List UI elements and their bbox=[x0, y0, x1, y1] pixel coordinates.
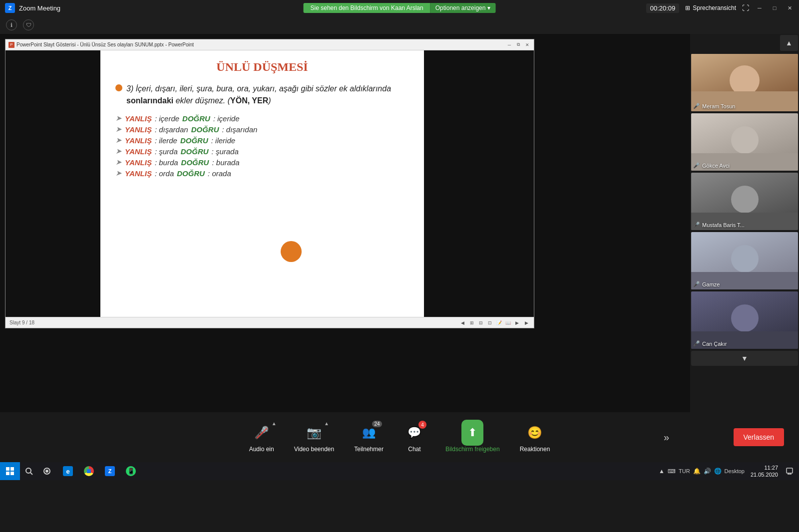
windows-taskbar: e Z 📱 ▲ ⌨ TUR 🔔 🔊 🌐 bbox=[0, 462, 799, 480]
search-button[interactable] bbox=[20, 462, 38, 480]
cortana-icon bbox=[43, 467, 51, 475]
prev-slide-btn[interactable]: ◀ bbox=[459, 319, 466, 326]
start-button[interactable] bbox=[0, 462, 20, 480]
expand-participants-button[interactable]: ▼ bbox=[691, 351, 798, 366]
share-screen-label: Bildschirm freigeben bbox=[445, 446, 500, 453]
task-view-button[interactable] bbox=[38, 462, 56, 480]
bold-text: sonlarındaki bbox=[126, 96, 173, 105]
fullscreen-button[interactable]: ⛶ bbox=[742, 4, 749, 12]
audio-button[interactable]: 🎤 ▲ Audio ein bbox=[249, 422, 274, 453]
arrow-icon: ➤ bbox=[115, 158, 122, 167]
whatsapp-icon: 📱 bbox=[126, 466, 136, 476]
ppt-restore[interactable]: ⧉ bbox=[515, 41, 522, 48]
reactions-label: Reaktionen bbox=[520, 446, 550, 453]
taskbar-app-zoom[interactable]: Z bbox=[100, 462, 120, 480]
mute-line bbox=[256, 428, 267, 439]
leave-meeting-button[interactable]: Verlassen bbox=[734, 428, 784, 446]
chevron-up-icon: ▲ bbox=[786, 39, 793, 47]
arrow-icon: ➤ bbox=[115, 114, 122, 123]
participant-card: 🎤 Gökce Avci bbox=[691, 113, 798, 171]
keyboard-icon: ⌨ bbox=[668, 468, 676, 475]
title-bar: Z Zoom Meeting Sie sehen den Bildschirm … bbox=[0, 0, 799, 16]
network-icon[interactable]: 🌐 bbox=[714, 468, 722, 475]
screen-share-text: Sie sehen den Bildschirm von Kaan Arslan bbox=[304, 3, 430, 13]
more-options-button[interactable]: » bbox=[664, 432, 669, 443]
show-hidden-icons-button[interactable]: ▲ bbox=[659, 468, 665, 475]
emoji-icon: 😊 bbox=[527, 426, 542, 440]
edge-icon: e bbox=[63, 466, 73, 476]
powerpoint-window: P PowerPoint Slayt Gösterisi - Ünlü Ünsü… bbox=[5, 39, 534, 328]
sub-toolbar: ℹ 🛡 bbox=[0, 16, 799, 34]
video-arrow-button[interactable]: ▲ bbox=[324, 421, 329, 426]
reactions-icon-wrap: 😊 bbox=[524, 422, 546, 444]
grid-icon: ⊞ bbox=[685, 4, 690, 11]
chat-icon: 💬 bbox=[407, 426, 421, 439]
clock-time: 11:27 bbox=[751, 464, 778, 471]
participant-sidebar: ▲ 🎤 Meram Tosun 🎤 Gökce Avci bbox=[690, 34, 799, 412]
notification-icon[interactable]: 🔔 bbox=[693, 468, 701, 475]
slide-main-content: ÜNLÜ DÜŞMESİ 3) İçeri, dışarı, ileri, şu… bbox=[100, 50, 424, 317]
windows-logo-icon bbox=[6, 467, 14, 475]
svg-rect-2 bbox=[6, 472, 9, 475]
participant-card: 🎤 Mustafa Baris T... bbox=[691, 173, 798, 230]
ppt-minimize[interactable]: ─ bbox=[506, 41, 513, 48]
volume-icon[interactable]: 🔊 bbox=[704, 468, 711, 475]
slide-counter: Slayt 9 / 18 bbox=[9, 320, 34, 325]
next-slide-btn[interactable]: ▶ bbox=[523, 319, 530, 326]
participant-mic-icon: 🎤 bbox=[693, 222, 700, 228]
notes-view-btn[interactable]: 📝 bbox=[495, 319, 503, 326]
slide-sorter-btn[interactable]: ⊡ bbox=[486, 319, 494, 326]
end-text: ekler düşmez. (YÖN, YER) bbox=[176, 96, 271, 105]
collapse-sidebar-button[interactable]: ▲ bbox=[780, 35, 798, 51]
maximize-button[interactable]: □ bbox=[770, 3, 779, 12]
svg-rect-0 bbox=[6, 467, 9, 471]
bullet-circle bbox=[115, 84, 122, 91]
italic-text: 3) İçeri, dışarı, ileri, şura, bura, ora… bbox=[126, 84, 299, 93]
action-center-button[interactable] bbox=[784, 466, 795, 477]
ppt-close[interactable]: ✕ bbox=[524, 41, 531, 48]
example-row: ➤ YANLIŞ: şurda DOĞRU: şurada bbox=[115, 147, 409, 156]
reactions-button[interactable]: 😊 Reaktionen bbox=[520, 422, 550, 453]
reading-view-btn[interactable]: 📖 bbox=[504, 319, 512, 326]
search-icon bbox=[25, 467, 33, 475]
share-screen-icon-bg: ⬆ bbox=[461, 420, 483, 446]
ppt-window-title: PowerPoint Slayt Gösterisi - Ünlü Ünsüz … bbox=[16, 42, 194, 47]
participants-icon: 👥 bbox=[362, 426, 376, 439]
sprecheransicht-button[interactable]: ⊞ Sprecheransicht bbox=[685, 4, 736, 11]
normal-view-btn[interactable]: ⊞ bbox=[468, 319, 476, 326]
minimize-button[interactable]: ─ bbox=[755, 3, 764, 12]
system-icons: ▲ ⌨ TUR 🔔 🔊 🌐 bbox=[659, 468, 722, 475]
outline-view-btn[interactable]: ⊟ bbox=[477, 319, 485, 326]
participant-mic-icon: 🎤 bbox=[693, 281, 700, 287]
chrome-icon bbox=[84, 466, 94, 476]
close-button[interactable]: ✕ bbox=[785, 3, 794, 12]
participants-button[interactable]: 👥 24 Teilnehmer bbox=[354, 422, 384, 453]
clock-date: 21.05.2020 bbox=[751, 471, 778, 478]
chat-badge: 4 bbox=[418, 421, 426, 429]
slideshow-btn[interactable]: ▶ bbox=[513, 319, 521, 326]
shield-icon[interactable]: 🛡 bbox=[23, 19, 34, 30]
taskbar-app-edge[interactable]: e bbox=[58, 462, 78, 480]
chat-button[interactable]: 💬 4 Chat bbox=[403, 422, 425, 453]
participants-count-badge: 24 bbox=[372, 421, 382, 427]
audio-icon-wrap: 🎤 ▲ bbox=[251, 422, 273, 444]
taskbar-app-chrome[interactable] bbox=[79, 462, 99, 480]
taskbar-app-whatsapp[interactable]: 📱 bbox=[121, 462, 141, 480]
participant-mic-icon: 🎤 bbox=[693, 340, 700, 347]
participant-mic-icon: 🎤 bbox=[693, 162, 700, 169]
svg-rect-8 bbox=[787, 468, 793, 473]
participant-1-name: Meram Tosun bbox=[702, 103, 735, 109]
audio-arrow-button[interactable]: ▲ bbox=[272, 421, 277, 426]
chevron-down-icon: ▾ bbox=[487, 4, 490, 11]
optionen-button[interactable]: Optionen anzeigen ▾ bbox=[430, 3, 496, 13]
video-button[interactable]: 📷 ▲ Video beenden bbox=[294, 422, 335, 453]
example-row: ➤ YANLIŞ: orda DOĞRU: orada bbox=[115, 169, 409, 178]
participant-3-name: Mustafa Baris T... bbox=[702, 222, 745, 228]
example-row: ➤ YANLIŞ: içerde DOĞRU: içeride bbox=[115, 114, 409, 123]
share-screen-button[interactable]: ⬆ Bildschirm freigeben bbox=[445, 422, 500, 453]
info-icon[interactable]: ℹ bbox=[6, 19, 17, 30]
video-camera-icon: 📷 bbox=[307, 426, 322, 440]
svg-point-4 bbox=[26, 468, 31, 473]
video-icon-wrap: 📷 ▲ bbox=[303, 422, 325, 444]
ppt-titlebar: P PowerPoint Slayt Gösterisi - Ünlü Ünsü… bbox=[5, 39, 534, 50]
